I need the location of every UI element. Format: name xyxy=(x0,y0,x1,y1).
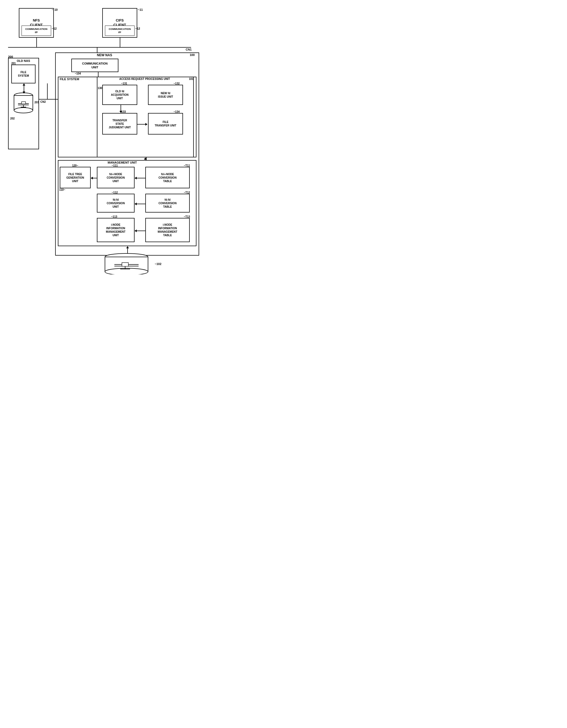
new-nas-storage xyxy=(101,253,152,274)
comm-unit-box: COMMUNICATIONUNIT xyxy=(71,59,118,72)
file-tree-gen-box: FILE TREEGENERATIONUNIT xyxy=(60,167,91,188)
fd-fd-conv-box: fd-fdCONVERSIONUNIT xyxy=(97,194,135,213)
fd-inode-conv-box: fd-i-NODECONVERSIONUNIT xyxy=(97,167,135,188)
svg-point-2 xyxy=(14,108,33,113)
nfs-to-cn1 xyxy=(36,38,37,47)
svg-rect-5 xyxy=(22,102,26,104)
cn1-line xyxy=(8,47,191,48)
fd-fd-table-box: fd-fdCONVERSIONTABLE xyxy=(145,194,190,213)
file-transfer-box: FILETRANSFER UNIT xyxy=(148,113,183,135)
cn2-to-newnas xyxy=(47,99,58,100)
cn1-label: CN1 xyxy=(186,48,192,51)
fd-inode-table-box: fd-i-NODECONVERSIONTABLE xyxy=(145,167,190,188)
old-nas-filesys: FILESYSTEM xyxy=(11,65,36,83)
transfer-state-box: TRANSFERSTATEJUDGMENT UNIT xyxy=(102,113,137,135)
cn2-label: CN2 xyxy=(40,100,46,103)
cifs-comm-if: COMMUNICATIONI/F xyxy=(105,26,135,36)
svg-rect-13 xyxy=(122,263,128,266)
new-fd-issue-box: NEW fdISSUE UNIT xyxy=(148,85,183,105)
inode-table-box: i-NODEINFORMATIONMANAGEMENTTABLE xyxy=(145,218,190,242)
architecture-diagram: NFS CLIENT 10 ~ COMMUNICATIONI/F ~12 CIF… xyxy=(5,5,205,269)
nfs-comm-if: COMMUNICATIONI/F xyxy=(22,26,51,36)
inode-mgmt-box: i-NODEINFORMATIONMANAGEMENTUNIT xyxy=(97,218,135,242)
cn2-vline xyxy=(47,83,48,99)
nfs-client-id: 10 xyxy=(54,8,58,11)
old-fd-acq-box: OLD fdACQUISITIONUNIT xyxy=(102,85,137,105)
old-nas-storage xyxy=(12,91,35,116)
cifs-to-cn1 xyxy=(120,38,120,47)
